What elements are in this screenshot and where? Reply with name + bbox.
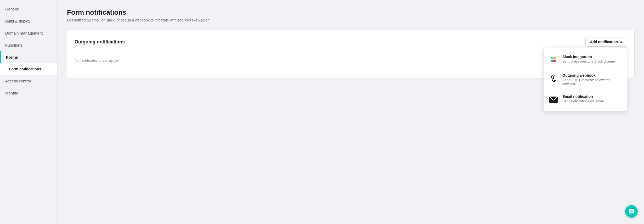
email-item-title: Email notification <box>562 94 604 99</box>
svg-rect-2 <box>553 57 556 59</box>
chat-icon <box>628 208 635 215</box>
sidebar-item-general[interactable]: General <box>0 3 57 15</box>
slack-item-title: Slack integration <box>562 55 615 59</box>
card-header: Outgoing notifications Add notification <box>75 37 627 47</box>
chat-support-button[interactable] <box>625 205 638 218</box>
page-title: Form notifications <box>67 8 635 16</box>
sidebar-item-functions[interactable]: Functions <box>0 39 57 51</box>
sidebar-item-forms[interactable]: Forms <box>0 51 57 63</box>
sidebar: General Build & deploy Domain management… <box>0 0 58 224</box>
email-item-desc: Send notifications via email <box>562 99 604 103</box>
slack-icon <box>549 55 558 65</box>
sidebar-item-access-control[interactable]: Access control <box>0 75 57 87</box>
card-title: Outgoing notifications <box>75 39 125 45</box>
sidebar-item-form-notifications[interactable]: Form notifications <box>0 63 57 75</box>
sidebar-item-label: Build & deploy <box>5 19 30 23</box>
sidebar-item-label: Identity <box>5 91 18 95</box>
svg-rect-0 <box>551 57 553 59</box>
dropdown-item-webhook[interactable]: Outgoing webhook Send POST requests to e… <box>544 69 627 90</box>
sidebar-item-label: Forms <box>6 55 18 59</box>
add-notification-label: Add notification <box>590 40 618 44</box>
add-notification-button[interactable]: Add notification <box>585 37 627 47</box>
notifications-card: Outgoing notifications Add notification … <box>67 30 635 79</box>
webhook-item-desc: Send POST requests to external services <box>562 78 622 86</box>
sidebar-item-build-deploy[interactable]: Build & deploy <box>0 15 57 27</box>
webhook-item-title: Outgoing webhook <box>562 73 622 77</box>
sidebar-item-label: Form notifications <box>9 67 41 71</box>
svg-rect-3 <box>553 60 556 62</box>
webhook-icon <box>549 74 558 83</box>
email-item-text: Email notification Send notifications vi… <box>562 94 604 103</box>
sidebar-item-identity[interactable]: Identity <box>0 87 57 99</box>
chevron-up-icon <box>620 41 623 43</box>
main-content: Form notifications Get notified by email… <box>58 0 644 224</box>
sidebar-item-label: Domain management <box>5 31 43 35</box>
page-subtitle: Get notified by email or Slack, or set u… <box>67 18 635 22</box>
sidebar-item-label: Access control <box>5 79 31 83</box>
slack-item-desc: Send messages to a Slack channel <box>562 59 615 63</box>
email-icon <box>549 95 558 104</box>
sidebar-item-label: Functions <box>5 43 22 47</box>
sidebar-item-label: General <box>5 7 19 11</box>
svg-rect-1 <box>551 60 553 62</box>
dropdown-item-email[interactable]: Email notification Send notifications vi… <box>544 90 627 109</box>
dropdown-panel: Slack integration Send messages to a Sla… <box>543 48 627 111</box>
webhook-item-text: Outgoing webhook Send POST requests to e… <box>562 73 622 86</box>
sidebar-item-domain-management[interactable]: Domain management <box>0 27 57 39</box>
slack-item-text: Slack integration Send messages to a Sla… <box>562 55 615 63</box>
dropdown-item-slack[interactable]: Slack integration Send messages to a Sla… <box>544 51 627 69</box>
